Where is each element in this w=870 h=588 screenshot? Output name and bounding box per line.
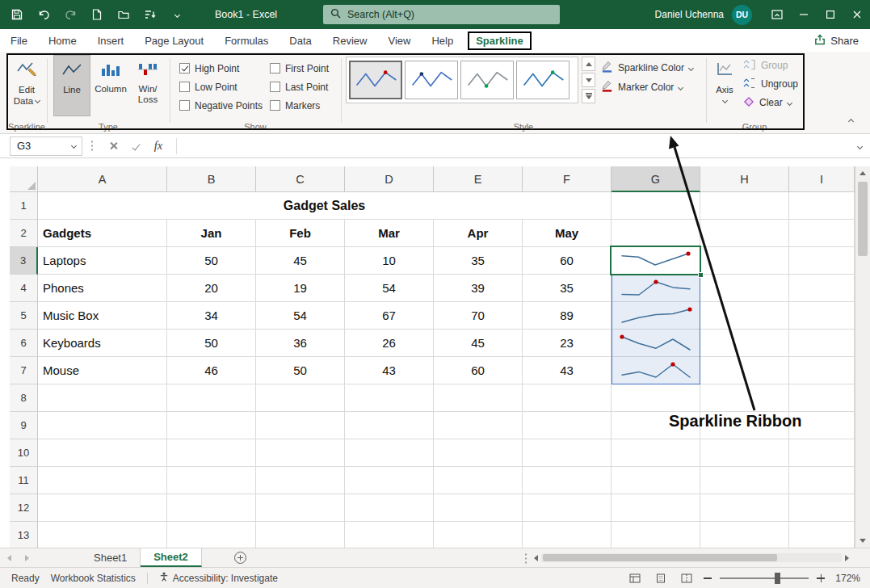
maximize-button[interactable] [817, 0, 843, 29]
row-header-3[interactable]: 3 [10, 247, 38, 275]
marker-color-button[interactable]: Marker Color [601, 79, 683, 95]
line-button[interactable]: Line [53, 55, 90, 116]
sparkline-g5[interactable] [613, 304, 699, 328]
formula-input[interactable] [183, 134, 858, 158]
avatar[interactable]: DU [732, 5, 752, 25]
cell-f3[interactable]: 60 [523, 247, 612, 275]
cell-i13[interactable] [789, 522, 855, 548]
cell-c2[interactable]: Feb [256, 220, 345, 247]
tab-data[interactable]: Data [279, 29, 322, 52]
normal-view-icon[interactable] [626, 570, 644, 586]
close-button[interactable] [843, 0, 870, 29]
enter-icon[interactable] [124, 136, 147, 156]
cell-c9[interactable] [256, 412, 345, 439]
tab-insert[interactable]: Insert [87, 29, 135, 52]
page-break-view-icon[interactable] [678, 570, 696, 586]
insert-function-icon[interactable]: fx [147, 136, 170, 156]
cell-f8[interactable] [523, 384, 612, 412]
fill-handle[interactable] [698, 272, 704, 278]
cell-i6[interactable] [789, 330, 855, 357]
cell-f2[interactable]: May [523, 220, 612, 247]
cell-b10[interactable] [167, 439, 256, 467]
cell-i7[interactable] [789, 357, 855, 384]
tab-help[interactable]: Help [421, 29, 464, 52]
tab-formulas[interactable]: Formulas [214, 29, 279, 52]
cell-c11[interactable] [256, 467, 345, 494]
redo-icon[interactable] [63, 7, 78, 22]
scroll-down-icon[interactable] [855, 534, 870, 548]
new-file-icon[interactable] [90, 7, 104, 22]
horizontal-scrollbar[interactable] [534, 552, 849, 564]
cell-f7[interactable]: 43 [523, 357, 612, 384]
cell-g1[interactable] [612, 192, 700, 220]
cell-a13[interactable] [38, 522, 167, 548]
sheet-nav-right-icon[interactable] [18, 548, 36, 568]
column-header-i[interactable]: I [789, 166, 855, 192]
ungroup-button[interactable]: Ungroup [743, 77, 798, 91]
cell-b2[interactable]: Jan [167, 220, 256, 247]
cell-a1-merged-title[interactable]: Gadget Sales [38, 192, 612, 220]
sparkline-g4[interactable] [613, 276, 699, 300]
save-icon[interactable] [10, 7, 24, 22]
zoom-in-button[interactable] [817, 574, 825, 582]
page-layout-view-icon[interactable] [652, 570, 670, 586]
checkbox-markers[interactable]: Markers [270, 96, 329, 115]
cell-i11[interactable] [789, 467, 855, 494]
cell-c10[interactable] [256, 439, 345, 467]
cell-a3[interactable]: Laptops [38, 247, 167, 275]
row-header-7[interactable]: 7 [10, 357, 38, 384]
accessibility-button[interactable]: Accessibility: Investigate [159, 572, 278, 584]
cell-i1[interactable] [789, 192, 855, 220]
cell-i5[interactable] [789, 302, 855, 330]
column-button[interactable]: Column [92, 55, 129, 116]
cell-e13[interactable] [434, 522, 523, 548]
minimize-button[interactable] [790, 0, 817, 29]
ribbon-display-options-icon[interactable] [763, 0, 790, 29]
cell-a10[interactable] [38, 439, 167, 467]
cell-a12[interactable] [38, 494, 167, 522]
cell-a8[interactable] [38, 384, 167, 412]
tab-view[interactable]: View [377, 29, 421, 52]
row-header-9[interactable]: 9 [10, 412, 38, 439]
sparkline-g7[interactable] [613, 359, 699, 383]
cell-h2[interactable] [700, 220, 789, 247]
column-header-c[interactable]: C [256, 166, 345, 192]
cell-c13[interactable] [256, 522, 345, 548]
clear-button[interactable]: Clear [743, 95, 792, 110]
new-sheet-button[interactable] [231, 548, 250, 568]
sort-icon[interactable] [143, 7, 158, 22]
cell-c8[interactable] [256, 384, 345, 412]
active-cell-g3[interactable] [610, 246, 701, 275]
tab-home[interactable]: Home [38, 29, 87, 52]
cell-c12[interactable] [256, 494, 345, 522]
checkbox-negative-points[interactable]: Negative Points [179, 96, 263, 115]
cell-a7[interactable]: Mouse [38, 357, 167, 384]
cell-h7[interactable] [700, 357, 789, 384]
cell-g10[interactable] [612, 439, 700, 467]
scroll-up-icon[interactable] [855, 166, 870, 180]
zoom-level[interactable]: 172% [833, 573, 860, 584]
column-header-b[interactable]: B [167, 166, 256, 192]
zoom-slider[interactable] [720, 578, 809, 579]
cell-f4[interactable]: 35 [523, 275, 612, 302]
cell-b4[interactable]: 20 [167, 275, 256, 302]
undo-icon[interactable] [36, 7, 51, 22]
cell-d5[interactable]: 67 [345, 302, 434, 330]
cell-g2[interactable] [612, 220, 700, 247]
cell-c5[interactable]: 54 [256, 302, 345, 330]
cell-d7[interactable]: 43 [345, 357, 434, 384]
cell-c3[interactable]: 45 [256, 247, 345, 275]
tab-bar-splitter[interactable] [524, 552, 527, 564]
cell-d9[interactable] [345, 412, 434, 439]
search-box[interactable]: Search (Alt+Q) [323, 5, 560, 24]
vertical-scrollbar[interactable] [855, 166, 870, 548]
formula-bar-handle[interactable] [90, 140, 94, 153]
cell-e12[interactable] [434, 494, 523, 522]
cell-c4[interactable]: 19 [256, 275, 345, 302]
column-header-g[interactable]: G [612, 166, 700, 192]
gallery-up-icon[interactable] [582, 57, 595, 71]
sheet-nav-left-icon[interactable] [0, 548, 18, 568]
user-name[interactable]: Daniel Uchenna [655, 9, 724, 20]
win-loss-button[interactable]: Win/Loss [129, 55, 166, 116]
sparkline-style-1[interactable] [349, 61, 402, 99]
